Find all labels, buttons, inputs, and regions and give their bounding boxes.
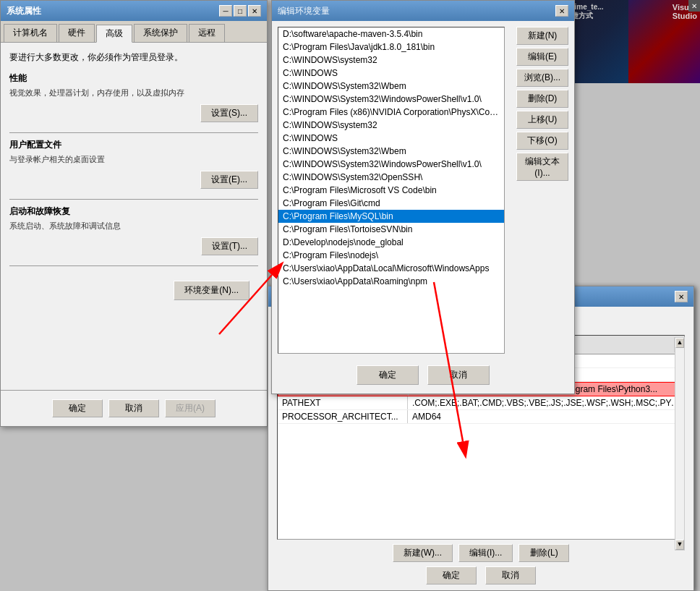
- user-profile-section: 用户配置文件 与登录帐户相关的桌面设置 设置(E)...: [9, 139, 258, 189]
- studio-image[interactable]: Visu Studio ✕: [628, 0, 700, 83]
- path-item-19[interactable]: C:\Users\xiao\AppData\Roaming\npm: [278, 275, 504, 288]
- sys-props-titlebar: 系统属性 ─ □ ✕: [1, 1, 267, 21]
- edit-path-button[interactable]: 编辑(E): [516, 48, 568, 66]
- performance-desc: 视觉效果，处理器计划，内存使用，以及虚拟内存: [9, 88, 258, 98]
- edit-env-content: D:\software\apache-maven-3.5.4\bin C:\Pr…: [272, 21, 574, 394]
- studio-close-icon: ✕: [691, 2, 697, 10]
- sys-props-window: 系统属性 ─ □ ✕ 计算机名 硬件 高级 系统保护 远程 要进行大多数更改，你…: [0, 0, 268, 427]
- path-item-3[interactable]: C:\WINDOWS: [278, 67, 504, 80]
- top-right-area: sublime_te... - 快捷方式 Visu Studio ✕: [557, 0, 700, 83]
- tab-bar: 计算机名 硬件 高级 系统保护 远程: [1, 21, 267, 43]
- edit-text-button[interactable]: 编辑文本(I)...: [516, 153, 568, 181]
- sys-props-bottom-btns: 确定 取消 应用(A): [1, 390, 267, 426]
- path-item-14[interactable]: C:\Program Files\MySQL\bin: [278, 210, 504, 223]
- env-cell-name-4: PROCESSOR_ARCHITECT...: [278, 410, 408, 423]
- move-up-button[interactable]: 上移(U): [516, 111, 568, 129]
- studio-close-btn[interactable]: ✕: [688, 0, 700, 12]
- tab-sys-protection[interactable]: 系统保护: [134, 24, 187, 42]
- path-listbox[interactable]: D:\software\apache-maven-3.5.4\bin C:\Pr…: [278, 27, 505, 354]
- divider-2: [9, 199, 258, 200]
- tab-advanced[interactable]: 高级: [96, 25, 132, 43]
- startup-title: 启动和故障恢复: [9, 205, 258, 218]
- user-profile-settings-button[interactable]: 设置(E)...: [200, 171, 258, 189]
- path-item-1[interactable]: C:\Program Files\Java\jdk1.8.0_181\bin: [278, 41, 504, 54]
- env-delete-button[interactable]: 删除(L): [518, 544, 569, 562]
- env-lower-close-button[interactable]: ✕: [675, 291, 688, 302]
- tab-computer-name[interactable]: 计算机名: [4, 24, 57, 42]
- scroll-down[interactable]: ▼: [675, 540, 684, 550]
- performance-section: 性能 视觉效果，处理器计划，内存使用，以及虚拟内存 设置(S)...: [9, 72, 258, 122]
- env-var-button[interactable]: 环境变量(N)...: [174, 281, 249, 300]
- edit-env-btn-col: 新建(N) 编辑(E) 浏览(B)... 删除(D) 上移(U) 下移(O) 编…: [516, 27, 568, 181]
- sys-warning: 要进行大多数更改，你必须作为管理员登录。: [9, 51, 258, 64]
- new-path-button[interactable]: 新建(N): [516, 27, 568, 45]
- path-item-2[interactable]: C:\WINDOWS\system32: [278, 54, 504, 67]
- performance-title: 性能: [9, 72, 258, 85]
- path-item-18[interactable]: C:\Users\xiao\AppData\Local\Microsoft\Wi…: [278, 262, 504, 275]
- delete-path-button[interactable]: 删除(D): [516, 90, 568, 108]
- scroll-up[interactable]: ▲: [675, 338, 684, 348]
- scrollbar[interactable]: ▲ ▼: [675, 337, 685, 550]
- path-item-13[interactable]: C:\Program Files\Git\cmd: [278, 197, 504, 210]
- tab-remote[interactable]: 远程: [189, 24, 225, 42]
- sys-apply-button[interactable]: 应用(A): [165, 399, 215, 417]
- edit-env-titlebar: 编辑环境变量 ✕: [272, 1, 574, 21]
- env-ok-button[interactable]: 确定: [426, 566, 477, 584]
- path-item-9[interactable]: C:\WINDOWS\System32\Wbem: [278, 145, 504, 158]
- browse-path-button[interactable]: 浏览(B)...: [516, 69, 568, 87]
- path-item-10[interactable]: C:\WINDOWS\System32\WindowsPowerShell\v1…: [278, 158, 504, 171]
- startup-settings-button[interactable]: 设置(T)...: [201, 237, 258, 255]
- path-item-11[interactable]: C:\WINDOWS\System32\OpenSSH\: [278, 171, 504, 184]
- path-item-7[interactable]: C:\WINDOWS\system32: [278, 119, 504, 132]
- sys-props-title: 系统属性: [7, 5, 41, 17]
- env-row-3[interactable]: PATHEXT .COM;.EXE;.BAT;.CMD;.VBS;.VBE;.J…: [278, 396, 684, 410]
- path-item-6[interactable]: C:\Program Files (x86)\NVIDIA Corporatio…: [278, 106, 504, 119]
- sys-content: 要进行大多数更改，你必须作为管理员登录。 性能 视觉效果，处理器计划，内存使用，…: [1, 43, 267, 325]
- env-new-button[interactable]: 新建(W)...: [393, 544, 453, 562]
- env-lower-btns: 新建(W)... 编辑(I)... 删除(L): [277, 544, 685, 562]
- path-item-15[interactable]: C:\Program Files\TortoiseSVN\bin: [278, 223, 504, 236]
- divider-3: [9, 265, 258, 266]
- env-cancel-button[interactable]: 取消: [485, 566, 536, 584]
- startup-desc: 系统启动、系统故障和调试信息: [9, 221, 258, 231]
- edit-env-dialog: 编辑环境变量 ✕ D:\software\apache-maven-3.5.4\…: [271, 0, 575, 394]
- startup-section: 启动和故障恢复 系统启动、系统故障和调试信息 设置(T)...: [9, 205, 258, 255]
- path-item-4[interactable]: C:\WINDOWS\System32\Wbem: [278, 80, 504, 93]
- maximize-button[interactable]: □: [234, 5, 247, 17]
- env-cell-value-3: .COM;.EXE;.BAT;.CMD;.VBS;.VBE;.JS;.JSE;.…: [408, 396, 684, 409]
- edit-env-title: 编辑环境变量: [278, 5, 330, 17]
- path-item-12[interactable]: C:\Program Files\Microsoft VS Code\bin: [278, 184, 504, 197]
- env-edit-button[interactable]: 编辑(I)...: [458, 544, 513, 562]
- edit-env-close-button[interactable]: ✕: [555, 5, 568, 17]
- env-cell-name-3: PATHEXT: [278, 396, 408, 409]
- minimize-button[interactable]: ─: [219, 5, 232, 17]
- edit-env-bottom-btns: 确定 取消: [278, 360, 568, 388]
- sys-cancel-button[interactable]: 取消: [108, 399, 159, 417]
- path-item-8[interactable]: C:\WINDOWS: [278, 132, 504, 145]
- path-item-0[interactable]: D:\software\apache-maven-3.5.4\bin: [278, 27, 504, 41]
- edit-env-cancel-button[interactable]: 取消: [427, 365, 490, 385]
- user-profile-desc: 与登录帐户相关的桌面设置: [9, 154, 258, 165]
- path-item-5[interactable]: C:\WINDOWS\System32\WindowsPowerShell\v1…: [278, 93, 504, 106]
- performance-btn-row: 设置(S)...: [9, 104, 258, 122]
- startup-btn-row: 设置(T)...: [9, 237, 258, 255]
- performance-settings-button[interactable]: 设置(S)...: [200, 104, 258, 122]
- env-var-row: 环境变量(N)...: [9, 272, 258, 316]
- divider-1: [9, 132, 258, 133]
- edit-env-ok-button[interactable]: 确定: [357, 365, 419, 385]
- env-row-4[interactable]: PROCESSOR_ARCHITECT... AMD64: [278, 410, 684, 424]
- user-profile-btn-row: 设置(E)...: [9, 171, 258, 189]
- env-cell-value-4: AMD64: [408, 410, 684, 423]
- user-profile-title: 用户配置文件: [9, 139, 258, 151]
- tab-hardware[interactable]: 硬件: [59, 24, 95, 42]
- move-down-button[interactable]: 下移(O): [516, 132, 568, 150]
- close-button[interactable]: ✕: [248, 5, 261, 17]
- titlebar-controls: ─ □ ✕: [219, 5, 261, 17]
- path-item-16[interactable]: D:\Develop\nodejs\node_global: [278, 236, 504, 249]
- env-lower-btns-bottom: 确定 取消: [277, 566, 685, 584]
- path-item-17[interactable]: C:\Program Files\nodejs\: [278, 249, 504, 262]
- sys-ok-button[interactable]: 确定: [52, 399, 103, 417]
